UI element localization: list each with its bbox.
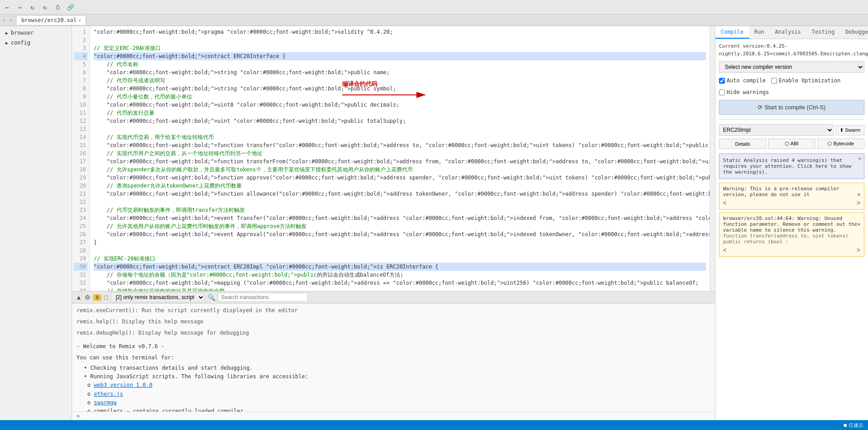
status-label: 亿速云	[849, 422, 863, 429]
swarmgw-link[interactable]: swarmgw	[94, 399, 117, 406]
terminal-content[interactable]: remix.exeCurrent(): Run the script curre…	[72, 304, 715, 412]
main-layout: ▶ browser ▶ config 123456789101112131415…	[0, 26, 868, 420]
tab-bar: ‹ › browser/erc20.sol ×	[0, 14, 868, 26]
refresh-icon1[interactable]: ↻	[28, 3, 37, 12]
sidebar: ▶ browser ▶ config	[0, 26, 72, 420]
top-toolbar: ← → ↻ ↻ ⎙ 🔗	[0, 0, 868, 14]
search-input[interactable]	[218, 293, 308, 302]
tab-analysis[interactable]: Analysis	[769, 26, 806, 39]
auto-compile-label[interactable]: Auto compile	[719, 77, 766, 84]
terminal-input-line: >	[72, 412, 715, 420]
terminal-input[interactable]	[82, 413, 710, 419]
config-arrow-icon: ▶	[5, 40, 8, 45]
warning2-detail: function transfer(address to, uint token…	[723, 233, 860, 245]
contract-row: ERC20Impl ⬆ Swarm	[719, 124, 864, 136]
code-editor: 1234567891011121314151617181920212223242…	[72, 26, 715, 291]
tab-label: browser/erc20.sol	[21, 17, 77, 23]
warning-close-btn[interactable]: ✕	[858, 156, 861, 161]
compiler-version-select[interactable]: Select new compiler version	[719, 61, 864, 73]
terminal-compiler-info: o compilers - contains currently loaded …	[87, 407, 710, 412]
warning2-next-btn[interactable]: >	[857, 246, 860, 254]
hide-warnings-label[interactable]: Hide warnings	[719, 89, 769, 95]
editor-area: 1234567891011121314151617181920212223242…	[72, 26, 715, 420]
refresh-icon2[interactable]: ↻	[41, 3, 50, 12]
terminal-badge: 0	[93, 294, 102, 301]
terminal-search-icon[interactable]: 🔍	[208, 294, 215, 301]
swarm-button[interactable]: ⬆ Swarm	[836, 125, 864, 135]
tab-compile[interactable]: Compile	[715, 26, 749, 39]
compile-button[interactable]: ⟳ Start to compile (Ctrl-S)	[719, 100, 864, 115]
sidebar-item-config[interactable]: ▶ config	[0, 38, 72, 48]
divider1	[719, 119, 864, 120]
warning1-next-btn[interactable]: >	[857, 199, 860, 206]
sidebar-browser-label: browser	[11, 30, 34, 36]
line-numbers: 1234567891011121314151617181920212223242…	[72, 26, 90, 291]
nav-arrow-left[interactable]: ‹	[3, 17, 6, 23]
warning1-nav: < >	[723, 199, 860, 206]
static-analysis-warning[interactable]: Static Analysis raised 4 warning(s) that…	[719, 153, 864, 179]
warning2-close[interactable]: ✕	[857, 221, 860, 227]
warning-box-2: browser/erc20.sol:44:64: Warning: Unused…	[719, 212, 864, 257]
editor-scrollbar[interactable]	[710, 26, 715, 291]
link-icon[interactable]: 🔗	[66, 3, 75, 12]
terminal-bullet-1: • Checking transactions details and star…	[84, 364, 710, 372]
warning2-prev-btn[interactable]: <	[723, 246, 727, 254]
terminal-header: ▲ ⚙ 0 □ [2] only remix transactions, scr…	[72, 291, 715, 304]
right-panel-content: Current version:0.4.25-nightly.2018.6.25…	[715, 39, 868, 263]
code-content[interactable]: "color:#0000cc;font-weight:bold;">pragma…	[90, 26, 710, 291]
warning1-prev-btn[interactable]: <	[723, 199, 727, 206]
terminal-settings-icon[interactable]: ⚙	[85, 294, 90, 301]
details-button[interactable]: Details	[719, 139, 766, 149]
tab-debugger[interactable]: Debugger	[840, 26, 868, 39]
sidebar-config-label: config	[11, 40, 30, 46]
compiler-select-row: Select new compiler version	[719, 61, 864, 73]
terminal-prompt: >	[77, 413, 80, 419]
warning1-text: Warning: This is a pre-release compiler …	[723, 186, 860, 197]
terminal-dropdown[interactable]: [2] only remix transactions, script	[111, 292, 205, 302]
terminal-scroll-up[interactable]: ▲	[76, 294, 82, 301]
right-panel: Compile Run Analysis Testing Debugger Se…	[715, 26, 868, 420]
status-bar: ● 亿速云	[0, 420, 868, 430]
copy-icon[interactable]: ⎙	[53, 3, 62, 12]
status-icon: ●	[844, 422, 847, 428]
sidebar-item-browser[interactable]: ▶ browser	[0, 28, 72, 38]
terminal-sub-2: o ethers.js	[87, 390, 710, 399]
warning2-nav: < >	[723, 246, 860, 254]
back-icon[interactable]: ←	[3, 3, 12, 12]
tab-run[interactable]: Run	[749, 26, 770, 39]
enable-optimization-label[interactable]: Enable Optimization	[771, 77, 841, 84]
details-row: Details ⬡ ABI ⬡ Bytecode	[719, 139, 864, 149]
warning1-close[interactable]: ✕	[857, 192, 860, 197]
version-text: Current version:0.4.25-nightly.2018.6.25…	[719, 43, 864, 58]
terminal-clear-icon[interactable]: □	[104, 294, 108, 301]
tab-testing[interactable]: Testing	[806, 26, 840, 39]
tab-close-btn[interactable]: ×	[78, 18, 81, 23]
auto-compile-checkbox[interactable]	[719, 78, 725, 84]
terminal-usage: You can use this terminal for:	[77, 354, 710, 362]
right-panel-tabs: Compile Run Analysis Testing Debugger Se…	[715, 26, 868, 39]
terminal-line-1: remix.exeCurrent(): Run the script curre…	[77, 306, 710, 315]
terminal-bullet-2: • Running JavaScript scripts. The follow…	[84, 372, 710, 381]
terminal-welcome: - Welcome to Remix v0.7.6 -	[77, 342, 710, 351]
hide-warnings-checkbox[interactable]	[719, 90, 725, 95]
nav-arrow-right[interactable]: ›	[9, 17, 13, 23]
enable-optimization-checkbox[interactable]	[771, 78, 777, 84]
terminal-sub-1: o web3 version 1.0.0	[87, 381, 710, 390]
checkbox-row: Auto compile Enable Optimization Hide wa…	[719, 77, 864, 95]
terminal-line-3: remix.debugHelp(): Display help message …	[77, 329, 710, 337]
bytecode-button[interactable]: ⬡ Bytecode	[817, 139, 864, 149]
ethers-link[interactable]: ethers.js	[94, 391, 123, 397]
contract-select[interactable]: ERC20Impl	[719, 124, 834, 136]
file-tab[interactable]: browser/erc20.sol ×	[16, 15, 86, 25]
warning2-text: browser/erc20.sol:44:64: Warning: Unused…	[723, 215, 860, 233]
terminal-sub-3: o swarmgw	[87, 399, 710, 407]
forward-icon[interactable]: →	[15, 3, 24, 12]
terminal-line-2: remix.help(): Display this help message	[77, 318, 710, 326]
browser-arrow-icon: ▶	[5, 31, 8, 36]
warning-static-text: Static Analysis raised 4 warning(s) that…	[723, 157, 851, 175]
abi-button[interactable]: ⬡ ABI	[768, 139, 815, 149]
web3-link[interactable]: web3 version 1.0.0	[94, 382, 152, 388]
warning-box-1: Warning: This is a pre-release compiler …	[719, 183, 864, 210]
